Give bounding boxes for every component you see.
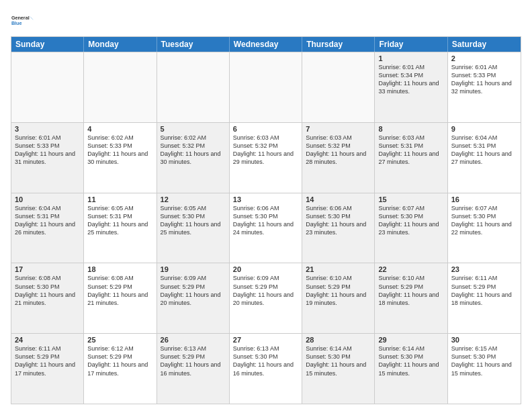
calendar-cell [84,52,157,122]
calendar-header-day: Friday [375,37,447,52]
calendar-cell: 18Sunrise: 6:08 AM Sunset: 5:29 PM Dayli… [84,263,157,333]
calendar-cell: 15Sunrise: 6:07 AM Sunset: 5:30 PM Dayli… [375,193,447,263]
calendar-header-day: Monday [84,37,157,52]
calendar-cell: 17Sunrise: 6:08 AM Sunset: 5:30 PM Dayli… [11,263,84,333]
calendar-cell: 8Sunrise: 6:03 AM Sunset: 5:31 PM Daylig… [375,123,447,193]
day-info: Sunrise: 6:06 AM Sunset: 5:30 PM Dayligh… [233,204,298,237]
day-info: Sunrise: 6:02 AM Sunset: 5:33 PM Dayligh… [87,134,152,167]
calendar-cell [230,52,302,122]
day-number: 10 [15,195,80,203]
day-info: Sunrise: 6:06 AM Sunset: 5:30 PM Dayligh… [306,204,371,237]
calendar-header-day: Saturday [448,37,521,52]
day-info: Sunrise: 6:13 AM Sunset: 5:29 PM Dayligh… [161,345,226,377]
day-info: Sunrise: 6:08 AM Sunset: 5:30 PM Dayligh… [15,274,80,307]
day-info: Sunrise: 6:03 AM Sunset: 5:31 PM Dayligh… [378,134,443,167]
day-number: 7 [306,125,371,133]
calendar-cell: 7Sunrise: 6:03 AM Sunset: 5:32 PM Daylig… [302,123,375,193]
day-info: Sunrise: 6:03 AM Sunset: 5:32 PM Dayligh… [233,134,298,167]
day-info: Sunrise: 6:09 AM Sunset: 5:29 PM Dayligh… [161,274,226,307]
calendar-cell: 29Sunrise: 6:14 AM Sunset: 5:30 PM Dayli… [375,334,447,404]
calendar-cell: 27Sunrise: 6:13 AM Sunset: 5:30 PM Dayli… [230,334,302,404]
page: GeneralBlue SundayMondayTuesdayWednesday… [0,0,532,411]
calendar-cell: 14Sunrise: 6:06 AM Sunset: 5:30 PM Dayli… [302,193,375,263]
day-number: 9 [451,125,517,133]
calendar-cell: 6Sunrise: 6:03 AM Sunset: 5:32 PM Daylig… [230,123,302,193]
calendar-cell: 20Sunrise: 6:09 AM Sunset: 5:29 PM Dayli… [230,263,302,333]
day-info: Sunrise: 6:13 AM Sunset: 5:30 PM Dayligh… [233,345,298,377]
day-number: 20 [233,265,298,273]
day-number: 3 [15,125,80,133]
day-number: 25 [87,336,152,344]
calendar-row: 3Sunrise: 6:01 AM Sunset: 5:33 PM Daylig… [11,122,521,193]
day-number: 22 [378,265,443,273]
logo: GeneralBlue [11,8,35,32]
day-number: 19 [161,265,226,273]
day-number: 30 [451,336,517,344]
day-info: Sunrise: 6:08 AM Sunset: 5:29 PM Dayligh… [87,274,152,307]
day-info: Sunrise: 6:10 AM Sunset: 5:29 PM Dayligh… [306,274,371,307]
calendar-header-day: Wednesday [230,37,302,52]
day-number: 13 [233,195,298,203]
calendar-header-day: Sunday [11,37,84,52]
day-number: 18 [87,265,152,273]
svg-marker-2 [29,15,34,20]
day-info: Sunrise: 6:02 AM Sunset: 5:32 PM Dayligh… [161,134,226,167]
calendar-cell: 24Sunrise: 6:11 AM Sunset: 5:29 PM Dayli… [11,334,84,404]
day-number: 28 [306,336,371,344]
day-info: Sunrise: 6:05 AM Sunset: 5:30 PM Dayligh… [161,204,226,237]
calendar-cell: 19Sunrise: 6:09 AM Sunset: 5:29 PM Dayli… [157,263,230,333]
day-info: Sunrise: 6:01 AM Sunset: 5:33 PM Dayligh… [15,134,80,167]
calendar-header: SundayMondayTuesdayWednesdayThursdayFrid… [11,37,521,52]
day-info: Sunrise: 6:12 AM Sunset: 5:29 PM Dayligh… [87,345,152,377]
calendar-cell: 10Sunrise: 6:04 AM Sunset: 5:31 PM Dayli… [11,193,84,263]
calendar-row: 24Sunrise: 6:11 AM Sunset: 5:29 PM Dayli… [11,333,521,404]
day-number: 23 [451,265,517,273]
day-number: 21 [306,265,371,273]
calendar-row: 10Sunrise: 6:04 AM Sunset: 5:31 PM Dayli… [11,193,521,263]
day-info: Sunrise: 6:04 AM Sunset: 5:31 PM Dayligh… [15,204,80,237]
calendar-cell: 5Sunrise: 6:02 AM Sunset: 5:32 PM Daylig… [157,123,230,193]
day-info: Sunrise: 6:01 AM Sunset: 5:33 PM Dayligh… [451,63,517,96]
page-header: GeneralBlue [11,8,521,32]
calendar-header-day: Tuesday [157,37,230,52]
day-number: 1 [378,54,443,62]
logo-icon: GeneralBlue [11,8,35,32]
calendar-cell: 21Sunrise: 6:10 AM Sunset: 5:29 PM Dayli… [302,263,375,333]
calendar-cell: 12Sunrise: 6:05 AM Sunset: 5:30 PM Dayli… [157,193,230,263]
day-info: Sunrise: 6:05 AM Sunset: 5:31 PM Dayligh… [87,204,152,237]
day-number: 16 [451,195,517,203]
day-info: Sunrise: 6:07 AM Sunset: 5:30 PM Dayligh… [451,204,517,237]
day-info: Sunrise: 6:14 AM Sunset: 5:30 PM Dayligh… [306,345,371,377]
day-number: 29 [378,336,443,344]
calendar-row: 17Sunrise: 6:08 AM Sunset: 5:30 PM Dayli… [11,263,521,333]
svg-text:Blue: Blue [11,20,22,26]
day-info: Sunrise: 6:03 AM Sunset: 5:32 PM Dayligh… [306,134,371,167]
day-number: 2 [451,54,517,62]
calendar-cell: 3Sunrise: 6:01 AM Sunset: 5:33 PM Daylig… [11,123,84,193]
calendar-cell: 28Sunrise: 6:14 AM Sunset: 5:30 PM Dayli… [302,334,375,404]
day-info: Sunrise: 6:10 AM Sunset: 5:29 PM Dayligh… [378,274,443,307]
day-number: 5 [161,125,226,133]
day-number: 4 [87,125,152,133]
calendar-body: 1Sunrise: 6:01 AM Sunset: 5:34 PM Daylig… [11,52,521,404]
calendar-cell: 4Sunrise: 6:02 AM Sunset: 5:33 PM Daylig… [84,123,157,193]
calendar-cell: 25Sunrise: 6:12 AM Sunset: 5:29 PM Dayli… [84,334,157,404]
day-info: Sunrise: 6:04 AM Sunset: 5:31 PM Dayligh… [451,134,517,167]
calendar-cell: 26Sunrise: 6:13 AM Sunset: 5:29 PM Dayli… [157,334,230,404]
calendar-cell: 2Sunrise: 6:01 AM Sunset: 5:33 PM Daylig… [448,52,521,122]
calendar-row: 1Sunrise: 6:01 AM Sunset: 5:34 PM Daylig… [11,52,521,122]
day-number: 14 [306,195,371,203]
calendar-cell: 30Sunrise: 6:15 AM Sunset: 5:30 PM Dayli… [448,334,521,404]
day-number: 12 [161,195,226,203]
calendar-cell: 23Sunrise: 6:11 AM Sunset: 5:29 PM Dayli… [448,263,521,333]
day-number: 27 [233,336,298,344]
calendar-cell: 22Sunrise: 6:10 AM Sunset: 5:29 PM Dayli… [375,263,447,333]
day-info: Sunrise: 6:07 AM Sunset: 5:30 PM Dayligh… [378,204,443,237]
calendar-cell: 13Sunrise: 6:06 AM Sunset: 5:30 PM Dayli… [230,193,302,263]
day-info: Sunrise: 6:15 AM Sunset: 5:30 PM Dayligh… [451,345,517,377]
calendar-header-day: Thursday [302,37,375,52]
day-number: 15 [378,195,443,203]
calendar: SundayMondayTuesdayWednesdayThursdayFrid… [11,36,521,404]
calendar-cell [11,52,84,122]
day-number: 6 [233,125,298,133]
